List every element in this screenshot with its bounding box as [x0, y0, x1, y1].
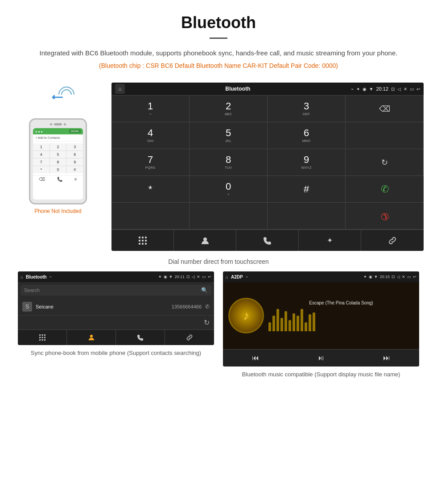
svg-rect-1 — [142, 237, 144, 238]
phone-not-included-label: Phone Not Included — [34, 208, 81, 214]
pb-contacts-btn[interactable] — [67, 330, 116, 345]
music-signal-icon: ▼ — [374, 275, 378, 279]
phone-key-2[interactable]: 2 — [50, 143, 66, 150]
phone-container: ⭠ ● ● ● MORE + Add to Contacts 1 2 3 — [13, 83, 103, 214]
dial-empty-r2 — [346, 122, 424, 149]
pb-signal-icon: ▼ — [169, 275, 173, 279]
dial-red-call-cell[interactable]: ✆ — [346, 203, 424, 229]
dial-key-3[interactable]: 3 DEF — [268, 96, 346, 122]
phone-key-8[interactable]: 8 — [50, 158, 66, 166]
phone-contacts-icon[interactable]: ≡ — [74, 177, 77, 182]
spacer — [0, 379, 437, 388]
dial-sync-cell[interactable]: ↻ — [346, 149, 424, 176]
specs-line: (Bluetooth chip : CSR BC6 Default Blueto… — [27, 62, 410, 69]
viz-bar — [280, 318, 283, 331]
pb-sync-icon[interactable]: ↻ — [204, 318, 210, 327]
pb-keypad-btn[interactable] — [18, 330, 67, 345]
phone-key-hash[interactable]: # — [66, 166, 83, 173]
music-win-icon: ▭ — [407, 275, 411, 279]
pb-link-btn[interactable] — [165, 330, 214, 345]
dial-key-7[interactable]: 7 PQRS — [111, 149, 190, 176]
music-cam-icon: ⊡ — [392, 275, 395, 279]
bluetooth-waves: ⭠ — [51, 83, 78, 114]
pb-phone-btn[interactable] — [116, 330, 165, 345]
phone-key-5[interactable]: 5 — [50, 151, 66, 158]
volume-icon: ◁ — [397, 87, 401, 92]
phone-key-4[interactable]: 4 — [33, 151, 49, 158]
phone-key-3[interactable]: 3 — [66, 143, 83, 150]
phone-key-1[interactable]: 1 — [33, 143, 49, 150]
pb-time: 20:11 — [174, 275, 185, 279]
pb-contact-name: Seicane — [36, 304, 172, 309]
phone-key-6[interactable]: 6 — [66, 151, 83, 158]
camera-icon: ⊡ — [391, 87, 395, 92]
forward-button[interactable]: ⏭ — [383, 354, 390, 362]
dial-call-green-cell[interactable]: ✆ — [346, 176, 424, 203]
pb-title: Bluetooth — [26, 275, 47, 279]
link-button[interactable] — [361, 230, 424, 251]
music-back-icon: ↩ — [413, 275, 416, 279]
phone-key-star[interactable]: * — [33, 166, 49, 173]
music-statusbar-right: ✦ ◉ ▼ 20:15 ⊡ ◁ ✕ ▭ ↩ — [363, 275, 416, 279]
dial-num-0: 0 — [226, 182, 231, 192]
phone-camera-bar — [33, 123, 83, 125]
phone-button[interactable] — [236, 230, 299, 251]
statusbar-title: Bluetooth — [225, 86, 250, 92]
dial-key-0[interactable]: 0 + — [190, 176, 268, 203]
dial-key-hash[interactable]: # — [268, 176, 346, 203]
dialpad-grid: 1 ∽ 2 ABC 3 DEF ⌫ 4 GHI 5 JKL — [111, 95, 424, 203]
keypad-button[interactable] — [111, 230, 174, 251]
svg-rect-12 — [44, 334, 45, 336]
viz-bar — [309, 314, 311, 331]
phone-speaker — [54, 123, 62, 125]
dial-delete-cell[interactable]: ⌫ — [346, 96, 424, 122]
rewind-button[interactable]: ⏮ — [252, 354, 259, 362]
phone-key-9[interactable]: 9 — [66, 158, 83, 166]
viz-bar — [289, 320, 291, 331]
dial-key-5[interactable]: 5 JKL — [190, 122, 268, 149]
main-section: ⭠ ● ● ● MORE + Add to Contacts 1 2 3 — [0, 83, 437, 251]
dial-sub-8: TUV — [225, 166, 232, 170]
pb-contact-row[interactable]: S Seicane 13566664466 ✆ — [18, 298, 214, 316]
viz-bar — [297, 316, 299, 331]
dial-key-4[interactable]: 4 GHI — [111, 122, 190, 149]
dial-key-2[interactable]: 2 ABC — [190, 96, 268, 122]
dial-key-star[interactable]: * — [111, 176, 190, 203]
svg-rect-2 — [145, 237, 147, 238]
pb-search-bar[interactable]: Search 🔍 — [21, 285, 211, 296]
dial-key-8[interactable]: 8 TUV — [190, 149, 268, 176]
bluetooth-button[interactable]: ✦ — [299, 230, 361, 251]
phone-delete-icon[interactable]: ⌫ — [39, 177, 45, 182]
phonebook-caption: Sync phone-book from mobile phone (Suppo… — [26, 349, 206, 358]
svg-rect-6 — [139, 243, 140, 245]
viz-bar — [276, 309, 279, 331]
dialpad-bottom-row: ✦ — [111, 229, 424, 251]
phone-key-0[interactable]: 0 — [50, 166, 66, 173]
dial-key-6[interactable]: 6 MNO — [268, 122, 346, 149]
dial-key-1[interactable]: 1 ∽ — [111, 96, 190, 122]
home-button[interactable]: ⌂ — [115, 84, 125, 94]
phone-topbar-text: ● ● ● — [35, 130, 43, 133]
svg-rect-0 — [139, 237, 140, 238]
dial-empty-1 — [111, 203, 190, 229]
svg-rect-4 — [142, 240, 144, 242]
phone-call-icon[interactable]: 📞 — [57, 177, 62, 182]
music-visualizer — [268, 309, 414, 331]
svg-rect-15 — [44, 337, 45, 338]
phonebook-wrap: ⌂ Bluetooth ⌁ ✦ ◉ ▼ 20:11 ⊡ ◁ ✕ ▭ ↩ — [13, 271, 218, 379]
pb-call-inline-icon[interactable]: ✆ — [205, 304, 210, 310]
pb-statusbar: ⌂ Bluetooth ⌁ ✦ ◉ ▼ 20:11 ⊡ ◁ ✕ ▭ ↩ — [18, 271, 214, 282]
dial-screen: ⌂ Bluetooth ⌁ ✦ ◉ ▼ 20:12 ⊡ ◁ ✕ ▭ ↩ 1 ∽ — [111, 83, 424, 251]
dial-empty-2 — [190, 203, 268, 229]
bluetooth-bottom-icon: ✦ — [327, 236, 333, 245]
play-pause-button[interactable]: ⏯ — [317, 354, 325, 362]
statusbar-right: ⌁ ✦ ◉ ▼ 20:12 ⊡ ◁ ✕ ▭ ↩ — [351, 86, 420, 92]
dial-num-3: 3 — [304, 101, 309, 111]
svg-rect-11 — [41, 334, 43, 336]
pb-avatar: S — [22, 302, 32, 312]
phone-key-7[interactable]: 7 — [33, 158, 49, 166]
music-note-icon: ♪ — [243, 308, 249, 323]
contacts-button[interactable] — [174, 230, 236, 251]
svg-rect-7 — [142, 243, 144, 245]
dial-key-9[interactable]: 9 WXYZ — [268, 149, 346, 176]
